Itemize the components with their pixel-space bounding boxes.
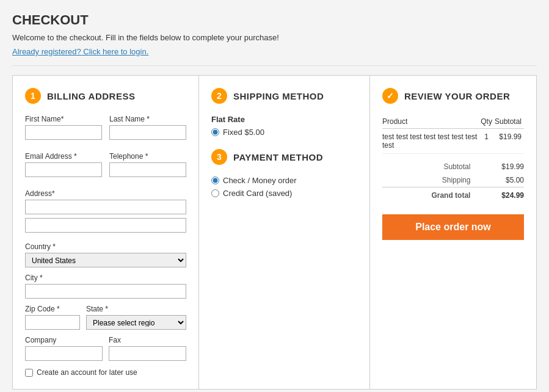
- last-name-label: Last Name *: [109, 115, 186, 123]
- address-line1: [25, 200, 186, 214]
- grand-total-label: Grand total: [382, 187, 478, 203]
- grand-total-value: $24.99: [478, 187, 524, 203]
- zip-group: Zip Code *: [25, 305, 80, 330]
- page-title: CHECKOUT: [12, 12, 537, 28]
- first-name-input[interactable]: [25, 125, 102, 140]
- checkout-columns: 1 BILLING ADDRESS First Name* Last Name …: [12, 75, 537, 390]
- billing-column: 1 BILLING ADDRESS First Name* Last Name …: [13, 76, 199, 389]
- address-input-2[interactable]: [25, 218, 186, 233]
- email-input[interactable]: [25, 162, 102, 177]
- payment-section: 3 PAYMENT METHOD Check / Money order Cre…: [211, 149, 357, 198]
- fax-input[interactable]: [109, 346, 186, 361]
- subtotal-row: Subtotal $19.99: [382, 160, 524, 173]
- credit-card-label: Credit Card (saved): [223, 189, 292, 198]
- email-label: Email Address *: [25, 152, 102, 161]
- review-table-header: Product Qty Subtotal: [382, 115, 524, 129]
- fax-group: Fax: [109, 336, 186, 361]
- state-group: State * Please select regio: [86, 305, 186, 330]
- review-heading: REVIEW YOUR ORDER: [404, 91, 510, 101]
- create-account-checkbox[interactable]: [25, 369, 33, 377]
- shipping-value: $5.00: [478, 173, 524, 187]
- shipping-row: Shipping $5.00: [382, 173, 524, 187]
- product-qty: 1: [481, 129, 495, 154]
- check-money-label: Check / Money order: [223, 176, 297, 185]
- telephone-group: Telephone *: [109, 152, 186, 177]
- place-order-button[interactable]: Place order now: [382, 214, 524, 240]
- page-header: CHECKOUT Welcome to the checkout. Fill i…: [12, 12, 537, 66]
- table-row: test test test test test test test test …: [382, 129, 524, 154]
- login-link[interactable]: Already registered? Click here to login.: [12, 47, 148, 56]
- fixed-rate-option[interactable]: Fixed $5.00: [211, 128, 357, 137]
- zip-label: Zip Code *: [25, 305, 80, 313]
- product-name: test test test test test test test test: [382, 129, 481, 154]
- flat-rate-label: Flat Rate: [211, 115, 357, 124]
- zip-input[interactable]: [25, 315, 80, 330]
- fixed-rate-label: Fixed $5.00: [223, 128, 264, 137]
- zip-state-row: Zip Code * State * Please select regio: [25, 305, 186, 330]
- shipping-number: 2: [211, 88, 227, 104]
- first-name-label: First Name*: [25, 115, 102, 123]
- billing-number: 1: [25, 88, 41, 104]
- review-section-title: ✓ REVIEW YOUR ORDER: [382, 88, 524, 104]
- address-label: Address*: [25, 189, 186, 198]
- address-line2: [25, 218, 186, 233]
- state-label: State *: [86, 305, 186, 313]
- col-subtotal-header: Subtotal: [495, 115, 524, 129]
- create-account-label: Create an account for later use: [37, 368, 137, 377]
- shipping-flat-rate: Flat Rate Fixed $5.00: [211, 115, 357, 137]
- company-fax-row: Company Fax: [25, 336, 186, 361]
- last-name-group: Last Name *: [109, 115, 186, 140]
- page-subtitle: Welcome to the checkout. Fill in the fie…: [12, 33, 537, 42]
- col-product-header: Product: [382, 115, 481, 129]
- review-column: ✓ REVIEW YOUR ORDER Product Qty Subtotal…: [370, 76, 536, 389]
- country-label: Country *: [25, 242, 186, 251]
- col-qty-header: Qty: [481, 115, 495, 129]
- country-group: Country * United States: [25, 242, 186, 267]
- last-name-input[interactable]: [109, 125, 186, 140]
- check-money-radio[interactable]: [211, 176, 219, 184]
- company-group: Company: [25, 336, 103, 361]
- telephone-input[interactable]: [109, 162, 186, 177]
- city-input[interactable]: [25, 284, 186, 299]
- review-table: Product Qty Subtotal test test test test…: [382, 115, 524, 154]
- create-account-group: Create an account for later use: [25, 368, 186, 377]
- subtotal-value: $19.99: [478, 160, 524, 173]
- billing-section-title: 1 BILLING ADDRESS: [25, 88, 186, 104]
- payment-heading: PAYMENT METHOD: [233, 152, 323, 162]
- city-group: City *: [25, 274, 186, 299]
- telephone-label: Telephone *: [109, 152, 186, 161]
- city-label: City *: [25, 274, 186, 282]
- credit-card-option[interactable]: Credit Card (saved): [211, 189, 357, 198]
- payment-section-title: 3 PAYMENT METHOD: [211, 149, 357, 165]
- totals-table: Subtotal $19.99 Shipping $5.00 Grand tot…: [382, 160, 524, 202]
- address-input-1[interactable]: [25, 200, 186, 214]
- first-name-group: First Name*: [25, 115, 102, 140]
- shipping-section-title: 2 SHIPPING METHOD: [211, 88, 357, 104]
- grand-total-row: Grand total $24.99: [382, 187, 524, 203]
- email-phone-row: Email Address * Telephone *: [25, 152, 186, 183]
- name-row: First Name* Last Name *: [25, 115, 186, 146]
- email-group: Email Address *: [25, 152, 102, 177]
- review-checkmark: ✓: [382, 88, 398, 104]
- shipping-heading: SHIPPING METHOD: [233, 91, 324, 101]
- product-subtotal: $19.99: [495, 129, 524, 154]
- shipping-column: 2 SHIPPING METHOD Flat Rate Fixed $5.00 …: [199, 76, 370, 389]
- address-group: Address*: [25, 189, 186, 236]
- page-wrapper: CHECKOUT Welcome to the checkout. Fill i…: [0, 0, 549, 392]
- payment-number: 3: [211, 149, 227, 165]
- subtotal-label: Subtotal: [382, 160, 478, 173]
- check-money-option[interactable]: Check / Money order: [211, 176, 357, 185]
- company-input[interactable]: [25, 346, 103, 361]
- shipping-label: Shipping: [382, 173, 478, 187]
- fixed-rate-radio[interactable]: [211, 128, 219, 136]
- country-select[interactable]: United States: [25, 253, 186, 267]
- company-label: Company: [25, 336, 103, 344]
- billing-heading: BILLING ADDRESS: [47, 91, 135, 101]
- credit-card-radio[interactable]: [211, 189, 219, 197]
- fax-label: Fax: [109, 336, 186, 344]
- state-select[interactable]: Please select regio: [86, 315, 186, 330]
